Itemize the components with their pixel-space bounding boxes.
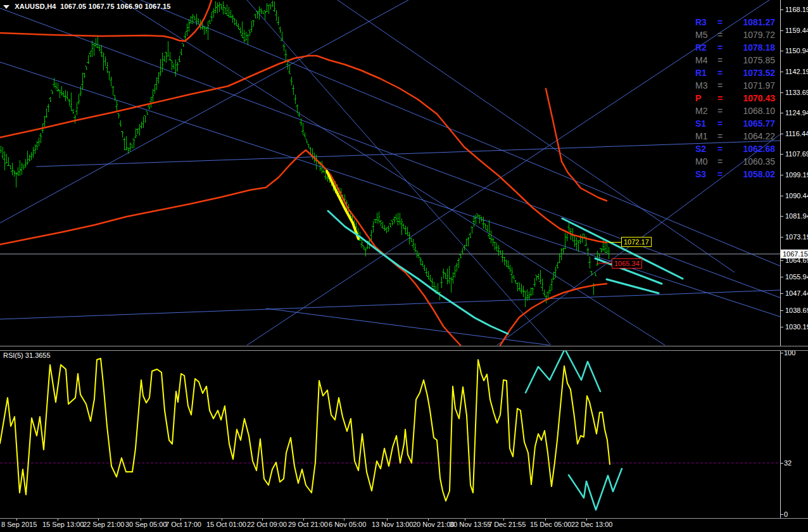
rsi-label: RSI(5) 31.3655 [3,352,51,359]
rsi-tick-mark [780,463,783,464]
cyan-trendline[interactable] [607,279,659,293]
price-tick-label: 1055.94 [785,274,808,281]
symbol-dropdown-icon[interactable] [3,5,9,9]
pivot-row-s1: S1=1065.77 [695,117,775,130]
pivot-value: 1070.43 [726,92,775,104]
pivot-value: 1062.68 [726,142,775,155]
time-axis-label: 30 Nov 13:55 [450,521,491,528]
pivot-equals: = [714,16,726,28]
current-price-box: 1067.15 [781,250,808,258]
rsi-tick-mark [780,353,783,353]
price-tick-mark [780,72,783,72]
price-tag-1065-34[interactable]: 1065.34 [612,258,642,269]
time-axis-label: 15 Oct 01:00 [206,521,246,528]
rsi-indicator-pane[interactable] [0,350,780,518]
price-tag-connector [597,263,612,263]
price-tick-mark [780,237,783,238]
trendline[interactable] [0,290,780,319]
pivot-row-m4: M4=1075.85 [695,54,775,66]
pivot-value: 1060.35 [726,155,775,168]
pivot-value: 1068.10 [726,104,775,117]
pivot-equals: = [714,66,726,79]
ohlc-close: 1067.15 [144,3,170,10]
price-tick-mark [780,92,783,93]
time-axis-label: 6 Nov 05:00 [329,521,366,528]
price-tick-label: 1168.19 [785,6,808,13]
pivot-equals: = [714,130,726,142]
price-tick-mark [780,216,783,217]
trendlines-layer [0,0,780,345]
price-tick-label: 1116.44 [785,130,808,137]
price-bars-layer [0,1,610,307]
trendline[interactable] [36,141,780,167]
pivot-row-r2: R2=1078.18 [695,41,775,54]
pivot-name: R3 [695,16,714,28]
time-axis-label: 20 Nov 21:00 [413,521,454,528]
price-tick-label: 1030.19 [785,324,808,331]
pivot-row-m3: M3=1071.97 [695,79,775,92]
main-chart-pane[interactable] [0,0,780,346]
pivot-row-m2: M2=1068.10 [695,104,775,117]
price-tick-mark [780,30,783,31]
pivot-row-r1: R1=1073.52 [695,66,775,79]
price-tick-mark [780,260,783,261]
pivot-row-s3: S3=1058.02 [695,168,775,180]
red-indicator-line [546,89,607,201]
pivot-name: M5 [695,28,714,41]
pivot-name: P [695,92,714,104]
time-axis[interactable]: 8 Sep 201515 Sep 13:0022 Sep 21:0030 Sep… [0,519,808,532]
trendline[interactable] [0,62,780,317]
rsi-axis-label-0: 0 [784,511,788,518]
pivot-row-r3: R3=1081.27 [695,16,775,28]
mt4-chart-window: XAUUSD,H4 1067.05 1067.75 1066.90 1067.1… [0,0,808,532]
pivot-row-m1: M1=1064.22 [695,130,775,142]
rsi-cyan-zigzag-lower[interactable] [569,469,622,510]
trendline[interactable] [141,0,780,266]
symbol-period-label: XAUUSD,H4 [15,3,56,10]
price-tick-mark [780,327,783,327]
pivot-equals: = [714,54,726,66]
trendline[interactable] [247,0,551,345]
pivot-equals: = [714,79,726,92]
ohlc-open: 1067.05 [60,3,86,10]
rsi-indicator-name: RSI(5) [3,352,23,359]
price-tick-label: 1090.44 [785,193,808,200]
pivot-value: 1065.77 [726,117,775,130]
pivot-value: 1071.97 [726,79,775,92]
pivot-equals: = [714,142,726,155]
red-indicator-line [0,56,607,243]
pivot-name: R1 [695,66,714,79]
pivot-value: 1078.18 [726,41,775,54]
time-axis-label: 15 Sep 13:00 [42,521,84,528]
price-tick-mark [780,293,783,294]
ohlc-low: 1066.90 [117,3,142,10]
pivot-name: M4 [695,54,714,66]
time-axis-label: 22 Dec 13:00 [571,521,612,528]
trendline[interactable] [120,0,665,345]
price-tick-mark [780,196,783,196]
price-tag-1072-17[interactable]: 1072.17 [621,237,652,247]
yellow-trendline[interactable] [327,171,358,239]
pivot-equals: = [714,155,726,168]
pivot-name: M2 [695,104,714,117]
trendline[interactable] [266,308,550,345]
pivot-row-s2: S2=1062.68 [695,142,775,155]
time-axis-label: 22 Sep 21:00 [83,521,124,528]
price-tick-label: 1073.19 [785,234,808,241]
time-axis-label: 29 Oct 21:00 [288,521,328,528]
trendline[interactable] [338,0,735,272]
pivot-name: S2 [695,142,714,155]
price-tick-label: 1047.44 [785,290,808,297]
price-tick-label: 1107.69 [785,151,808,158]
time-axis-label: 13 Nov 13:00 [372,521,413,528]
price-tick-label: 1038.69 [785,307,808,314]
pane-divider[interactable] [0,346,808,351]
rsi-current-value: 31.3655 [25,352,51,359]
pivot-name: S1 [695,117,714,130]
time-axis-label: 30 Sep 05:00 [125,521,167,528]
ohlc-high: 1067.75 [89,3,115,10]
price-tick-label: 1081.94 [785,213,808,220]
pivot-equals: = [714,41,726,54]
time-axis-label: 7 Oct 17:00 [165,521,201,528]
price-tick-mark [780,175,783,175]
